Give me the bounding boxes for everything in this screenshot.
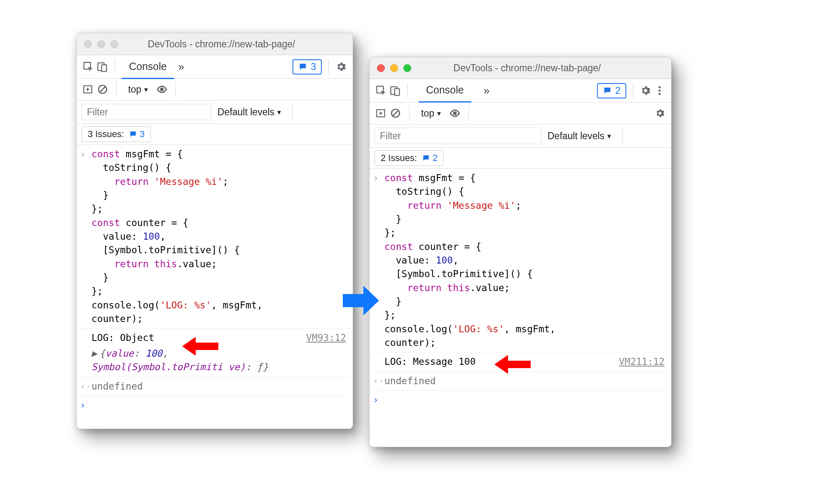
chevron-right-icon: › bbox=[373, 171, 384, 350]
clear-console-icon[interactable] bbox=[97, 84, 108, 95]
gear-icon[interactable] bbox=[640, 85, 651, 96]
context-selector[interactable]: top ▼ bbox=[418, 107, 445, 120]
filter-input[interactable] bbox=[82, 104, 212, 120]
issues-bar: 2 Issues: 2 bbox=[370, 148, 671, 169]
return-value: undefined bbox=[384, 374, 436, 388]
svg-point-10 bbox=[658, 86, 660, 88]
return-arrow-icon: ‹· bbox=[80, 380, 91, 393]
svg-point-16 bbox=[454, 112, 456, 115]
titlebar: DevTools - chrome://new-tab-page/ bbox=[370, 57, 671, 79]
svg-rect-2 bbox=[102, 65, 107, 71]
zoom-window-button[interactable] bbox=[110, 40, 118, 48]
red-arrow-icon bbox=[181, 336, 218, 357]
tab-console[interactable]: Console bbox=[419, 79, 471, 103]
titlebar: DevTools - chrome://new-tab-page/ bbox=[77, 33, 353, 55]
close-window-button[interactable] bbox=[84, 40, 92, 48]
device-toolbar-icon[interactable] bbox=[96, 61, 108, 72]
eye-icon[interactable] bbox=[157, 84, 167, 95]
svg-point-6 bbox=[161, 88, 164, 91]
device-toolbar-icon[interactable] bbox=[389, 85, 401, 96]
filter-input[interactable] bbox=[375, 128, 542, 144]
more-tabs-icon[interactable]: » bbox=[482, 84, 491, 97]
gear-icon[interactable] bbox=[335, 61, 347, 72]
svg-point-12 bbox=[658, 93, 660, 95]
context-selector[interactable]: top ▼ bbox=[125, 83, 152, 96]
divider bbox=[328, 59, 329, 74]
issue-count-badge[interactable]: 2 bbox=[597, 83, 626, 98]
return-value: undefined bbox=[91, 380, 143, 393]
log-level-selector[interactable]: Default levels ▼ bbox=[548, 131, 612, 142]
devtools-window-right: DevTools - chrome://new-tab-page/ Consol… bbox=[369, 57, 672, 447]
kebab-menu-icon[interactable] bbox=[654, 85, 665, 96]
divider bbox=[407, 83, 408, 98]
gear-icon[interactable] bbox=[655, 108, 665, 119]
divider bbox=[116, 82, 117, 97]
return-arrow-icon: ‹· bbox=[373, 374, 384, 388]
divider bbox=[115, 59, 115, 74]
traffic-lights bbox=[84, 40, 118, 48]
close-window-button[interactable] bbox=[377, 64, 385, 72]
console-input-code: const msgFmt = { toString() { return 'Me… bbox=[384, 171, 665, 350]
red-arrow-icon bbox=[494, 354, 531, 375]
zoom-window-button[interactable] bbox=[403, 64, 411, 72]
divider bbox=[468, 106, 469, 121]
log-level-selector[interactable]: Default levels ▼ bbox=[218, 107, 282, 118]
traffic-lights bbox=[377, 64, 411, 72]
divider bbox=[176, 82, 176, 97]
source-link[interactable]: VM211:12 bbox=[614, 355, 665, 369]
svg-rect-9 bbox=[395, 89, 400, 95]
source-link[interactable]: VM93:12 bbox=[301, 331, 346, 345]
console-messages: › const msgFmt = { toString() { return '… bbox=[370, 169, 671, 447]
show-sidebar-icon[interactable] bbox=[375, 108, 386, 119]
console-messages: › const msgFmt = { toString() { return '… bbox=[77, 145, 353, 429]
divider bbox=[292, 105, 293, 119]
filter-bar: Default levels ▼ bbox=[77, 100, 353, 124]
window-title: DevTools - chrome://new-tab-page/ bbox=[118, 39, 345, 50]
devtools-window-left: DevTools - chrome://new-tab-page/ Consol… bbox=[76, 33, 353, 429]
minimize-window-button[interactable] bbox=[390, 64, 398, 72]
issues-pill[interactable]: 3 Issues: 3 bbox=[82, 126, 151, 142]
console-prompt[interactable]: › bbox=[370, 391, 671, 409]
filter-bar: Default levels ▼ bbox=[370, 124, 671, 148]
console-input-code: const msgFmt = { toString() { return 'Me… bbox=[91, 147, 346, 326]
tab-console[interactable]: Console bbox=[122, 55, 174, 79]
svg-line-15 bbox=[393, 111, 398, 116]
console-prompt[interactable]: › bbox=[77, 396, 353, 415]
eye-icon[interactable] bbox=[449, 108, 460, 119]
console-context-bar: top ▼ bbox=[77, 79, 353, 100]
divider bbox=[409, 106, 410, 121]
divider bbox=[633, 83, 633, 98]
console-return-row: ‹· undefined bbox=[77, 377, 353, 396]
chevron-right-icon: › bbox=[80, 399, 91, 412]
issue-count-badge[interactable]: 3 bbox=[293, 59, 322, 75]
issues-pill[interactable]: 2 Issues: 2 bbox=[375, 150, 444, 166]
blue-arrow-icon bbox=[343, 284, 380, 317]
main-toolbar: Console » 2 bbox=[370, 79, 671, 103]
console-input-row: › const msgFmt = { toString() { return '… bbox=[77, 145, 353, 329]
svg-point-11 bbox=[658, 89, 660, 91]
show-sidebar-icon[interactable] bbox=[82, 84, 93, 95]
issues-bar: 3 Issues: 3 bbox=[77, 124, 353, 145]
chevron-right-icon: › bbox=[373, 393, 384, 407]
chevron-right-icon: › bbox=[80, 147, 91, 326]
divider bbox=[622, 128, 623, 143]
inspect-tool-icon[interactable] bbox=[375, 85, 387, 96]
inspect-tool-icon[interactable] bbox=[82, 61, 94, 72]
console-context-bar: top ▼ bbox=[370, 103, 671, 124]
console-input-row: › const msgFmt = { toString() { return '… bbox=[370, 169, 671, 352]
main-toolbar: Console » 3 bbox=[77, 55, 353, 79]
more-tabs-icon[interactable]: » bbox=[177, 61, 186, 73]
svg-line-5 bbox=[100, 87, 105, 92]
window-title: DevTools - chrome://new-tab-page/ bbox=[411, 63, 664, 74]
minimize-window-button[interactable] bbox=[97, 40, 105, 48]
clear-console-icon[interactable] bbox=[390, 108, 401, 119]
